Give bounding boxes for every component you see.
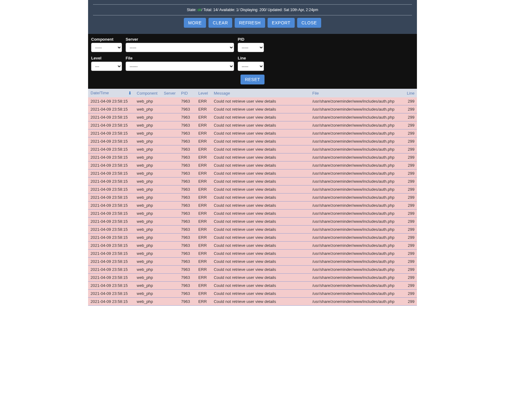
table-row[interactable]: 2021-04-09 23:58:15web_php7963ERRCould n… <box>88 169 417 177</box>
cell-component: web_php <box>134 202 161 210</box>
table-row[interactable]: 2021-04-09 23:58:15web_php7963ERRCould n… <box>88 218 417 226</box>
table-row[interactable]: 2021-04-09 23:58:15web_php7963ERRCould n… <box>88 274 417 282</box>
export-button[interactable]: EXPORT <box>268 18 295 28</box>
cell-level: ERR <box>196 121 211 129</box>
cell-message: Could not retrieve user view details <box>211 234 310 242</box>
cell-datetime: 2021-04-09 23:58:15 <box>88 234 134 242</box>
filter-component-select[interactable]: ----- <box>91 43 122 52</box>
table-row[interactable]: 2021-04-09 23:58:15web_php7963ERRCould n… <box>88 121 417 129</box>
table-row[interactable]: 2021-04-09 23:58:15web_php7963ERRCould n… <box>88 210 417 218</box>
cell-server <box>161 274 179 282</box>
log-table-scroll[interactable]: Date/Time ⬇ Component Server PID Level M… <box>88 89 417 420</box>
table-row[interactable]: 2021-04-09 23:58:15web_php7963ERRCould n… <box>88 194 417 202</box>
cell-message: Could not retrieve user view details <box>211 121 310 129</box>
cell-component: web_php <box>134 161 161 169</box>
close-button[interactable]: CLOSE <box>297 18 321 28</box>
th-message[interactable]: Message <box>211 89 310 97</box>
table-row[interactable]: 2021-04-09 23:58:15web_php7963ERRCould n… <box>88 186 417 194</box>
table-row[interactable]: 2021-04-09 23:58:15web_php7963ERRCould n… <box>88 129 417 137</box>
cell-line: 299 <box>404 177 417 186</box>
table-row[interactable]: 2021-04-09 23:58:15web_php7963ERRCould n… <box>88 250 417 258</box>
cell-pid: 7963 <box>179 113 196 121</box>
cell-datetime: 2021-04-09 23:58:15 <box>88 298 134 306</box>
cell-component: web_php <box>134 234 161 242</box>
table-row[interactable]: 2021-04-09 23:58:15web_php7963ERRCould n… <box>88 290 417 298</box>
clear-button[interactable]: CLEAR <box>208 18 232 28</box>
cell-server <box>161 177 179 186</box>
th-component[interactable]: Component <box>134 89 161 97</box>
table-row[interactable]: 2021-04-09 23:58:15web_php7963ERRCould n… <box>88 105 417 113</box>
cell-pid: 7963 <box>179 169 196 177</box>
cell-pid: 7963 <box>179 194 196 202</box>
cell-line: 299 <box>404 137 417 145</box>
table-row[interactable]: 2021-04-09 23:58:15web_php7963ERRCould n… <box>88 177 417 186</box>
cell-pid: 7963 <box>179 161 196 169</box>
cell-datetime: 2021-04-09 23:58:15 <box>88 145 134 153</box>
cell-message: Could not retrieve user view details <box>211 97 310 105</box>
cell-message: Could not retrieve user view details <box>211 105 310 113</box>
table-row[interactable]: 2021-04-09 23:58:15web_php7963ERRCould n… <box>88 242 417 250</box>
cell-server <box>161 145 179 153</box>
refresh-button[interactable]: REFRESH <box>235 18 265 28</box>
table-row[interactable]: 2021-04-09 23:58:15web_php7963ERRCould n… <box>88 258 417 266</box>
cell-file: /usr/share/zoneminder/www/includes/auth.… <box>310 250 404 258</box>
cell-file: /usr/share/zoneminder/www/includes/auth.… <box>310 234 404 242</box>
cell-message: Could not retrieve user view details <box>211 186 310 194</box>
more-button[interactable]: MORE <box>184 18 206 28</box>
cell-server <box>161 97 179 105</box>
cell-datetime: 2021-04-09 23:58:15 <box>88 194 134 202</box>
filter-level-select[interactable]: --- <box>91 62 122 71</box>
filter-server-select[interactable]: ----- <box>126 43 234 52</box>
table-row[interactable]: 2021-04-09 23:58:15web_php7963ERRCould n… <box>88 234 417 242</box>
cell-component: web_php <box>134 298 161 306</box>
filter-line-select[interactable]: ----- <box>238 62 264 71</box>
cell-file: /usr/share/zoneminder/www/includes/auth.… <box>310 145 404 153</box>
th-file[interactable]: File <box>310 89 404 97</box>
th-level[interactable]: Level <box>196 89 211 97</box>
table-row[interactable]: 2021-04-09 23:58:15web_php7963ERRCould n… <box>88 145 417 153</box>
th-line[interactable]: Line <box>404 89 417 97</box>
cell-datetime: 2021-04-09 23:58:15 <box>88 129 134 137</box>
filter-pid-select[interactable]: ----- <box>238 43 264 52</box>
filter-pid-label: PID <box>238 37 264 42</box>
cell-level: ERR <box>196 290 211 298</box>
table-row[interactable]: 2021-04-09 23:58:15web_php7963ERRCould n… <box>88 97 417 105</box>
cell-level: ERR <box>196 242 211 250</box>
cell-datetime: 2021-04-09 23:58:15 <box>88 137 134 145</box>
th-pid[interactable]: PID <box>179 89 196 97</box>
table-row[interactable]: 2021-04-09 23:58:15web_php7963ERRCould n… <box>88 226 417 234</box>
table-row[interactable]: 2021-04-09 23:58:15web_php7963ERRCould n… <box>88 202 417 210</box>
cell-level: ERR <box>196 105 211 113</box>
cell-message: Could not retrieve user view details <box>211 274 310 282</box>
filter-file-select[interactable]: ------ <box>126 62 234 71</box>
cell-pid: 7963 <box>179 234 196 242</box>
cell-message: Could not retrieve user view details <box>211 226 310 234</box>
cell-line: 299 <box>404 218 417 226</box>
reset-button[interactable]: RESET <box>240 75 264 84</box>
table-row[interactable]: 2021-04-09 23:58:15web_php7963ERRCould n… <box>88 298 417 306</box>
table-row[interactable]: 2021-04-09 23:58:15web_php7963ERRCould n… <box>88 153 417 161</box>
cell-server <box>161 202 179 210</box>
cell-line: 299 <box>404 242 417 250</box>
table-row[interactable]: 2021-04-09 23:58:15web_php7963ERRCould n… <box>88 161 417 169</box>
th-server[interactable]: Server <box>161 89 179 97</box>
table-row[interactable]: 2021-04-09 23:58:15web_php7963ERRCould n… <box>88 113 417 121</box>
cell-file: /usr/share/zoneminder/www/includes/auth.… <box>310 137 404 145</box>
status-total: 14 <box>213 8 217 12</box>
table-row[interactable]: 2021-04-09 23:58:15web_php7963ERRCould n… <box>88 282 417 290</box>
cell-datetime: 2021-04-09 23:58:15 <box>88 210 134 218</box>
th-datetime[interactable]: Date/Time ⬇ <box>88 89 134 97</box>
cell-component: web_php <box>134 250 161 258</box>
table-row[interactable]: 2021-04-09 23:58:15web_php7963ERRCould n… <box>88 137 417 145</box>
cell-message: Could not retrieve user view details <box>211 113 310 121</box>
table-row[interactable]: 2021-04-09 23:58:15web_php7963ERRCould n… <box>88 266 417 274</box>
cell-message: Could not retrieve user view details <box>211 298 310 306</box>
cell-datetime: 2021-04-09 23:58:15 <box>88 202 134 210</box>
cell-datetime: 2021-04-09 23:58:15 <box>88 266 134 274</box>
cell-line: 299 <box>404 121 417 129</box>
status-available-label: / Available: <box>217 8 236 12</box>
status-total-label: / Total: <box>201 8 213 12</box>
cell-line: 299 <box>404 105 417 113</box>
cell-level: ERR <box>196 169 211 177</box>
cell-file: /usr/share/zoneminder/www/includes/auth.… <box>310 194 404 202</box>
